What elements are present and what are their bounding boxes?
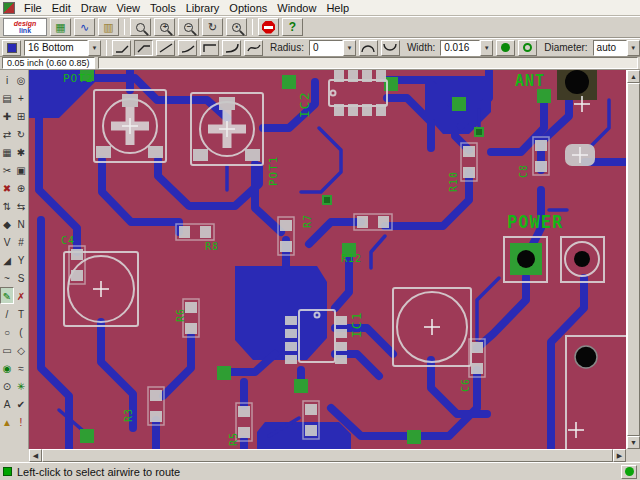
width-combo[interactable]: 0.016 ▼ [440,40,493,56]
scroll-up-arrow[interactable]: ▲ [627,70,640,83]
arc-right-button[interactable] [381,40,400,56]
vertical-scrollbar[interactable]: ▲ ▼ [626,70,640,449]
stop-icon [262,21,275,34]
tool-show[interactable]: ◎ [14,71,28,88]
horizontal-scrollbar[interactable]: ◀ ▶ [0,449,640,462]
menu-file[interactable]: File [19,1,47,15]
tool-arc[interactable]: ( [14,323,28,340]
tool-polygon[interactable]: ◇ [14,341,28,358]
zoom-in-button[interactable]: + [154,18,175,36]
scrollbar-corner-left [0,449,29,462]
bend-style-6-button[interactable] [222,40,241,56]
via-octagon-button[interactable] [518,40,537,56]
tool-via[interactable]: ◉ [0,359,14,376]
designlink-button[interactable]: design link [3,18,47,36]
diameter-combo[interactable]: auto ▼ [593,40,640,56]
tool-display[interactable]: ▤ [0,89,14,106]
tool-optimize[interactable]: ~ [0,269,14,286]
tool-ratsnest[interactable]: ✳ [14,377,28,394]
tool-copy[interactable]: ⊞ [14,107,28,124]
app-icon [3,2,15,14]
zoom-out-button[interactable]: − [178,18,199,36]
tool-text[interactable]: T [14,305,28,322]
pcb-drawing[interactable]: POT2IC2ANTPOT1R10C8R7R12R8C4POWERR6IC1C6… [29,70,626,449]
bend-style-3-button[interactable] [156,40,175,56]
status-go-button[interactable] [621,465,637,479]
stop-button[interactable] [258,18,279,36]
tool-mark[interactable]: + [14,89,28,106]
tool-mirror[interactable]: ⇄ [0,125,14,142]
layer-combo-arrow[interactable]: ▼ [88,40,101,56]
designlink-label-bottom: link [19,27,31,34]
tool-name[interactable]: N [14,215,28,232]
width-combo-arrow[interactable]: ▼ [480,40,493,56]
vertical-scroll-thumb[interactable] [627,83,640,436]
tool-split[interactable]: Y [14,251,28,268]
tool-drc[interactable]: ▲ [0,413,14,430]
command-input[interactable] [98,57,638,69]
open-library-button[interactable]: ▥ [98,18,119,36]
menu-tools[interactable]: Tools [145,1,181,15]
tool-delete[interactable]: ✖ [0,179,14,196]
tool-meander[interactable]: S [14,269,28,286]
scroll-left-arrow[interactable]: ◀ [29,449,42,462]
tool-lock[interactable]: ◆ [0,215,14,232]
open-board-button[interactable]: ▦ [50,18,71,36]
tool-wire[interactable]: / [0,305,14,322]
tool-smash[interactable]: # [14,233,28,250]
tool-info[interactable]: i [0,71,14,88]
tool-change[interactable]: ✱ [14,143,28,160]
radius-combo[interactable]: 0 ▼ [309,40,356,56]
tool-circle[interactable]: ○ [0,323,14,340]
board-editor-canvas[interactable]: POT2IC2ANTPOT1R10C8R7R12R8C4POWERR6IC1C6… [29,70,626,449]
tool-group[interactable]: ▦ [0,143,14,160]
bend-style-7-button[interactable] [244,40,263,56]
tool-miter[interactable]: ◢ [0,251,14,268]
tool-replace[interactable]: ⇆ [14,197,28,214]
tool-move[interactable]: ✚ [0,107,14,124]
menu-view[interactable]: View [111,1,145,15]
menu-edit[interactable]: Edit [47,1,76,15]
tool-rotate[interactable]: ↻ [14,125,28,142]
tool-hole[interactable]: ⊙ [0,377,14,394]
menu-options[interactable]: Options [224,1,272,15]
tool-value[interactable]: V [0,233,14,250]
board-icon: ▦ [55,21,65,34]
help-button[interactable]: ? [282,18,303,36]
scroll-right-arrow[interactable]: ▶ [613,449,626,462]
arc-left-button[interactable] [359,40,378,56]
menu-draw[interactable]: Draw [76,1,112,15]
redraw-button[interactable]: ↻ [202,18,223,36]
toolbar-separator [124,19,125,35]
radius-combo-arrow[interactable]: ▼ [343,40,356,56]
bend-style-4-button[interactable] [178,40,197,56]
tool-erc[interactable]: ✔ [14,395,28,412]
diameter-combo-arrow[interactable]: ▼ [627,40,640,56]
tool-rect[interactable]: ▭ [0,341,14,358]
menu-help[interactable]: Help [321,1,354,15]
layer-combo[interactable]: 16 Bottom ▼ [24,40,101,56]
zoom-select-button[interactable]: ▪ [226,18,247,36]
bend-style-5-button[interactable] [200,40,219,56]
tool-ripup[interactable]: ✗ [14,287,28,304]
tool-auto[interactable]: A [0,395,14,412]
scroll-down-arrow[interactable]: ▼ [627,436,640,449]
tool-cut[interactable]: ✂ [0,161,14,178]
menu-library[interactable]: Library [181,1,225,15]
bend-style-1-button[interactable] [112,40,131,56]
via-round-button[interactable] [496,40,515,56]
tool-signal[interactable]: ≈ [14,359,28,376]
tool-pinswap[interactable]: ⇅ [0,197,14,214]
horizontal-scroll-thumb[interactable] [42,449,613,462]
tool-route[interactable]: ✎ [0,287,14,304]
tool-paste[interactable]: ▣ [14,161,28,178]
tool-errors[interactable]: ! [14,413,28,430]
open-schematic-button[interactable]: ∿ [74,18,95,36]
menubar: FileEditDrawViewToolsLibraryOptionsWindo… [0,0,640,16]
statusbar: Left-click to select airwire to route [0,462,640,480]
bend-style-2-button[interactable] [134,40,153,56]
layer-swatch-button[interactable] [2,40,21,56]
zoom-fit-button[interactable] [130,18,151,36]
menu-window[interactable]: Window [272,1,321,15]
tool-add[interactable]: ⊕ [14,179,28,196]
